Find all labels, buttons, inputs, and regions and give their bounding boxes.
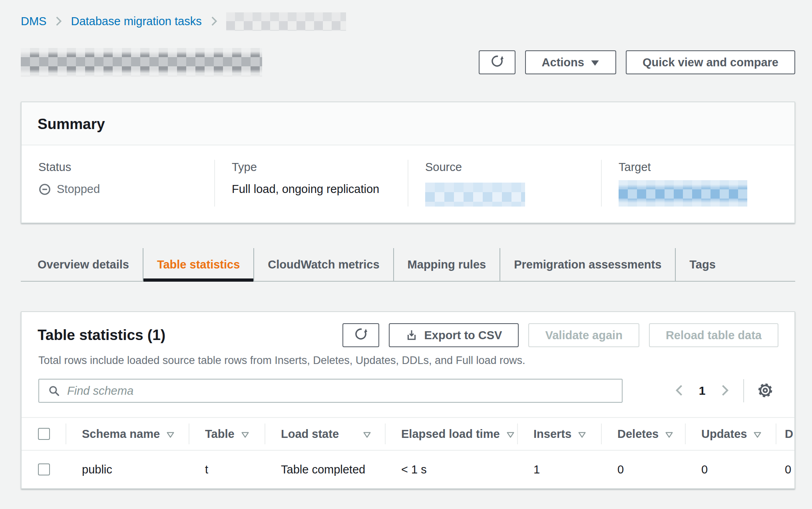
chevron-right-icon — [55, 16, 62, 26]
search-icon — [48, 385, 60, 397]
search-input[interactable] — [67, 384, 613, 398]
refresh-icon — [354, 327, 368, 344]
status-text: Stopped — [57, 183, 100, 196]
actions-button-label: Actions — [542, 56, 584, 69]
source-link-redacted[interactable] — [425, 183, 525, 207]
select-all-checkbox[interactable] — [38, 428, 50, 440]
sort-icon — [665, 431, 673, 438]
statistics-table: Schema name Table Load state Elapsed loa… — [22, 417, 794, 488]
table-toolbar: 1 — [22, 367, 794, 403]
page-header: Actions Quick view and compare — [21, 47, 795, 78]
summary-field-type: Type Full load, ongoing replication — [214, 160, 408, 207]
column-header-updates[interactable]: Updates — [685, 418, 776, 450]
sort-icon — [578, 431, 586, 438]
chevron-right-icon — [211, 16, 217, 26]
actions-button[interactable]: Actions — [525, 50, 616, 74]
column-header-ddls-clipped[interactable]: D — [776, 418, 794, 450]
validate-again-button[interactable]: Validate again — [528, 323, 639, 347]
caret-down-icon — [591, 60, 599, 66]
header-actions: Actions Quick view and compare — [479, 50, 795, 74]
tab-overview-details[interactable]: Overview details — [21, 248, 143, 281]
column-header-schema-name[interactable]: Schema name — [66, 418, 189, 450]
summary-title: Summary — [38, 116, 778, 133]
sort-icon — [753, 431, 762, 438]
chevron-right-icon — [721, 384, 729, 398]
tab-tags[interactable]: Tags — [675, 248, 729, 281]
target-link-redacted[interactable] — [619, 180, 747, 207]
breadcrumb-link-dms[interactable]: DMS — [21, 15, 46, 28]
export-to-csv-button[interactable]: Export to CSV — [389, 323, 519, 347]
quick-view-label: Quick view and compare — [643, 56, 778, 69]
schema-search-box — [38, 379, 623, 403]
cell-inserts: 1 — [517, 451, 601, 488]
refresh-button[interactable] — [479, 50, 515, 74]
cell-deletes: 0 — [601, 451, 685, 488]
cell-load-state: Table completed — [265, 451, 385, 488]
table-settings-button[interactable] — [752, 380, 778, 402]
column-header-table[interactable]: Table — [189, 418, 265, 450]
table-row[interactable]: public t Table completed < 1 s 1 0 0 0 — [22, 451, 794, 488]
summary-field-label: Source — [425, 161, 589, 174]
tab-mapping-rules[interactable]: Mapping rules — [393, 248, 500, 281]
task-detail-tabs: Overview details Table statistics CloudW… — [21, 248, 795, 282]
summary-field-target: Target — [601, 160, 794, 207]
sort-icon — [166, 431, 175, 438]
summary-field-label: Type — [232, 161, 396, 174]
gear-icon — [757, 382, 773, 400]
reload-table-data-button[interactable]: Reload table data — [649, 323, 778, 347]
dms-task-page: DMS Database migration tasks Actions — [0, 0, 812, 509]
table-statistics-description: Total rows include loaded source table r… — [22, 347, 794, 367]
tab-table-statistics[interactable]: Table statistics — [143, 248, 253, 281]
next-page-button[interactable] — [714, 380, 735, 402]
table-statistics-title: Table statistics (1) — [38, 327, 165, 344]
table-header-row: Schema name Table Load state Elapsed loa… — [22, 417, 794, 451]
summary-field-label: Target — [619, 161, 782, 174]
cell-table: t — [189, 451, 265, 488]
cell-updates: 0 — [685, 451, 776, 488]
column-header-deletes[interactable]: Deletes — [601, 418, 685, 450]
summary-field-status: Status Stopped — [22, 160, 214, 207]
refresh-icon — [490, 54, 504, 71]
summary-card-header: Summary — [22, 102, 794, 145]
breadcrumb: DMS Database migration tasks — [21, 0, 795, 30]
quick-view-and-compare-button[interactable]: Quick view and compare — [626, 50, 795, 74]
summary-field-label: Status — [38, 161, 202, 174]
tab-cloudwatch-metrics[interactable]: CloudWatch metrics — [253, 248, 393, 281]
export-label: Export to CSV — [424, 329, 502, 342]
tab-premigration-assessments[interactable]: Premigration assessments — [500, 248, 675, 281]
column-header-inserts[interactable]: Inserts — [517, 418, 601, 450]
cell-schema-name: public — [66, 451, 189, 488]
type-text: Full load, ongoing replication — [232, 183, 396, 196]
minus-circle-icon — [38, 183, 51, 196]
column-header-load-state[interactable]: Load state — [265, 418, 385, 450]
download-icon — [406, 329, 418, 341]
cell-elapsed-load-time: < 1 s — [385, 451, 517, 488]
sort-icon — [506, 431, 515, 438]
reload-label: Reload table data — [666, 329, 762, 342]
sort-icon — [363, 431, 371, 438]
sort-icon — [241, 431, 249, 438]
summary-card: Summary Status Stopped Type Full load, o… — [21, 101, 795, 223]
toolbar-divider — [743, 379, 744, 402]
summary-card-body: Status Stopped Type Full load, ongoing r… — [22, 145, 794, 223]
current-page-number: 1 — [690, 384, 714, 398]
pagination: 1 — [669, 379, 778, 402]
previous-page-button[interactable] — [669, 380, 690, 402]
breadcrumb-link-tasks[interactable]: Database migration tasks — [71, 15, 201, 28]
cell-ddls-clipped: 0 — [776, 451, 794, 488]
row-checkbox[interactable] — [38, 463, 50, 475]
page-title-redacted — [21, 48, 262, 77]
validate-label: Validate again — [545, 329, 622, 342]
summary-field-source: Source — [408, 160, 601, 207]
table-statistics-card: Table statistics (1) Export to CSV — [21, 311, 795, 489]
breadcrumb-current-redacted — [226, 12, 346, 31]
chevron-left-icon — [675, 384, 683, 398]
column-header-elapsed-load-time[interactable]: Elapsed load time — [385, 418, 517, 450]
table-refresh-button[interactable] — [342, 323, 379, 347]
table-statistics-header: Table statistics (1) Export to CSV — [22, 312, 794, 347]
